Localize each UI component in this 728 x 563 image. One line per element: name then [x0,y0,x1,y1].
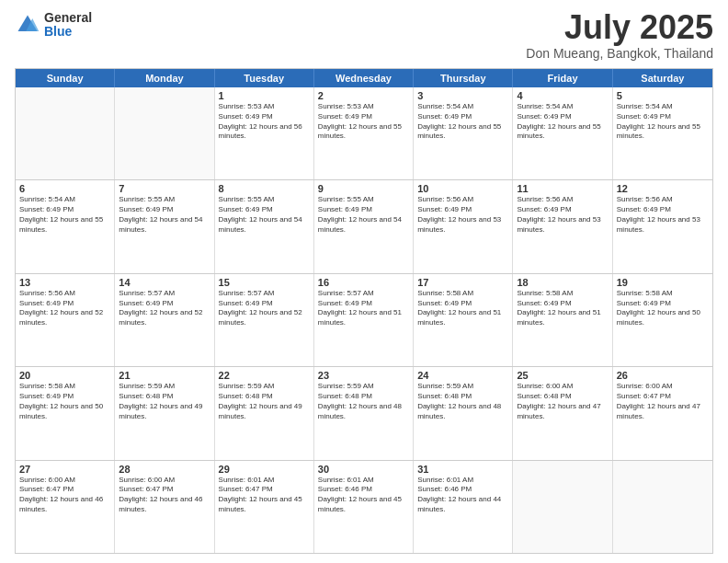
calendar-cell: 10Sunrise: 5:56 AMSunset: 6:49 PMDayligh… [414,180,513,272]
calendar-cell: 3Sunrise: 5:54 AMSunset: 6:49 PMDaylight… [414,87,513,179]
cell-info: Sunrise: 6:01 AMSunset: 6:46 PMDaylight:… [417,476,508,515]
calendar-cell: 2Sunrise: 5:53 AMSunset: 6:49 PMDaylight… [314,87,414,179]
cell-info: Sunrise: 6:01 AMSunset: 6:46 PMDaylight:… [318,476,409,515]
day-number: 8 [219,183,310,194]
calendar-cell: 15Sunrise: 5:57 AMSunset: 6:49 PMDayligh… [215,274,314,366]
cell-info: Sunrise: 6:00 AMSunset: 6:47 PMDaylight:… [119,476,210,515]
cell-info: Sunrise: 5:59 AMSunset: 6:48 PMDaylight:… [417,382,508,421]
cell-info: Sunrise: 5:56 AMSunset: 6:49 PMDaylight:… [19,289,110,328]
day-number: 10 [417,183,508,194]
cell-info: Sunrise: 5:53 AMSunset: 6:49 PMDaylight:… [219,102,310,142]
page: General Blue July 2025 Don Mueang, Bangk… [0,0,728,563]
cell-info: Sunrise: 5:58 AMSunset: 6:49 PMDaylight:… [517,289,608,328]
logo-icon [15,12,40,38]
calendar-cell: 17Sunrise: 5:58 AMSunset: 6:49 PMDayligh… [414,274,513,366]
day-number: 6 [19,183,110,194]
calendar-cell: 11Sunrise: 5:56 AMSunset: 6:49 PMDayligh… [513,180,612,272]
day-of-week-header: Thursday [414,69,513,87]
calendar-body: 1Sunrise: 5:53 AMSunset: 6:49 PMDaylight… [16,87,712,553]
day-number: 22 [219,370,310,381]
day-number: 28 [119,464,210,475]
cell-info: Sunrise: 5:59 AMSunset: 6:48 PMDaylight:… [318,382,409,421]
day-number: 20 [19,370,110,381]
cell-info: Sunrise: 5:55 AMSunset: 6:49 PMDaylight:… [318,195,409,235]
day-number: 14 [119,277,210,288]
calendar-cell: 28Sunrise: 6:00 AMSunset: 6:47 PMDayligh… [115,461,214,553]
calendar-cell: 31Sunrise: 6:01 AMSunset: 6:46 PMDayligh… [414,461,513,553]
cell-info: Sunrise: 5:54 AMSunset: 6:49 PMDaylight:… [19,195,110,235]
calendar-week-row: 20Sunrise: 5:58 AMSunset: 6:49 PMDayligh… [16,366,712,459]
calendar-cell: 22Sunrise: 5:59 AMSunset: 6:48 PMDayligh… [215,367,314,459]
cell-info: Sunrise: 6:01 AMSunset: 6:47 PMDaylight:… [219,476,310,515]
calendar-cell: 21Sunrise: 5:59 AMSunset: 6:48 PMDayligh… [115,367,214,459]
calendar-cell [613,461,712,553]
calendar-cell: 29Sunrise: 6:01 AMSunset: 6:47 PMDayligh… [215,461,314,553]
cell-info: Sunrise: 5:54 AMSunset: 6:49 PMDaylight:… [517,102,608,142]
calendar-cell: 26Sunrise: 6:00 AMSunset: 6:47 PMDayligh… [613,367,712,459]
cell-info: Sunrise: 6:00 AMSunset: 6:48 PMDaylight:… [517,382,608,421]
day-of-week-header: Saturday [613,69,712,87]
calendar-cell: 19Sunrise: 5:58 AMSunset: 6:49 PMDayligh… [613,274,712,366]
calendar-cell: 20Sunrise: 5:58 AMSunset: 6:49 PMDayligh… [16,367,115,459]
day-of-week-header: Monday [115,69,214,87]
calendar-cell: 12Sunrise: 5:56 AMSunset: 6:49 PMDayligh… [613,180,712,272]
day-number: 11 [517,183,608,194]
calendar-week-row: 6Sunrise: 5:54 AMSunset: 6:49 PMDaylight… [16,179,712,272]
cell-info: Sunrise: 5:54 AMSunset: 6:49 PMDaylight:… [417,102,508,142]
calendar-cell: 5Sunrise: 5:54 AMSunset: 6:49 PMDaylight… [613,87,712,179]
day-number: 31 [417,464,508,475]
day-number: 15 [219,277,310,288]
day-number: 30 [318,464,409,475]
header-right: July 2025 Don Mueang, Bangkok, Thailand [526,11,713,61]
day-number: 21 [119,370,210,381]
calendar-cell: 13Sunrise: 5:56 AMSunset: 6:49 PMDayligh… [16,274,115,366]
calendar-cell: 27Sunrise: 6:00 AMSunset: 6:47 PMDayligh… [16,461,115,553]
calendar-cell: 8Sunrise: 5:55 AMSunset: 6:49 PMDaylight… [215,180,314,272]
cell-info: Sunrise: 5:58 AMSunset: 6:49 PMDaylight:… [417,289,508,328]
calendar-cell: 9Sunrise: 5:55 AMSunset: 6:49 PMDaylight… [314,180,414,272]
calendar-week-row: 1Sunrise: 5:53 AMSunset: 6:49 PMDaylight… [16,87,712,179]
day-number: 2 [318,90,409,101]
day-number: 4 [517,90,608,101]
day-of-week-header: Sunday [16,69,115,87]
day-number: 23 [318,370,409,381]
day-number: 26 [617,370,709,381]
calendar-cell: 30Sunrise: 6:01 AMSunset: 6:46 PMDayligh… [314,461,414,553]
cell-info: Sunrise: 5:56 AMSunset: 6:49 PMDaylight:… [617,195,709,235]
day-of-week-header: Wednesday [314,69,414,87]
calendar-cell: 23Sunrise: 5:59 AMSunset: 6:48 PMDayligh… [314,367,414,459]
logo-general-text: General [44,11,92,25]
cell-info: Sunrise: 5:55 AMSunset: 6:49 PMDaylight:… [119,195,210,235]
calendar-cell: 7Sunrise: 5:55 AMSunset: 6:49 PMDaylight… [115,180,214,272]
cell-info: Sunrise: 5:56 AMSunset: 6:49 PMDaylight:… [517,195,608,235]
day-number: 13 [19,277,110,288]
calendar-week-row: 27Sunrise: 6:00 AMSunset: 6:47 PMDayligh… [16,460,712,553]
cell-info: Sunrise: 5:55 AMSunset: 6:49 PMDaylight:… [219,195,310,235]
cell-info: Sunrise: 6:00 AMSunset: 6:47 PMDaylight:… [617,382,709,421]
day-of-week-header: Tuesday [215,69,314,87]
day-number: 9 [318,183,409,194]
cell-info: Sunrise: 5:57 AMSunset: 6:49 PMDaylight:… [318,289,409,328]
calendar-cell [16,87,115,179]
calendar-cell: 4Sunrise: 5:54 AMSunset: 6:49 PMDaylight… [513,87,612,179]
calendar-cell: 6Sunrise: 5:54 AMSunset: 6:49 PMDaylight… [16,180,115,272]
cell-info: Sunrise: 5:58 AMSunset: 6:49 PMDaylight:… [19,382,110,421]
day-number: 12 [617,183,709,194]
day-number: 18 [517,277,608,288]
day-number: 5 [617,90,709,101]
header: General Blue July 2025 Don Mueang, Bangk… [15,11,713,61]
calendar-cell [115,87,214,179]
day-number: 19 [617,277,709,288]
cell-info: Sunrise: 5:57 AMSunset: 6:49 PMDaylight:… [119,289,210,328]
calendar-week-row: 13Sunrise: 5:56 AMSunset: 6:49 PMDayligh… [16,273,712,366]
calendar-header: SundayMondayTuesdayWednesdayThursdayFrid… [16,69,712,87]
cell-info: Sunrise: 5:59 AMSunset: 6:48 PMDaylight:… [219,382,310,421]
day-number: 24 [417,370,508,381]
day-of-week-header: Friday [513,69,612,87]
cell-info: Sunrise: 5:54 AMSunset: 6:49 PMDaylight:… [617,102,709,142]
logo-text: General Blue [44,11,92,40]
cell-info: Sunrise: 5:59 AMSunset: 6:48 PMDaylight:… [119,382,210,421]
day-number: 1 [219,90,310,101]
day-number: 7 [119,183,210,194]
calendar-cell: 25Sunrise: 6:00 AMSunset: 6:48 PMDayligh… [513,367,612,459]
